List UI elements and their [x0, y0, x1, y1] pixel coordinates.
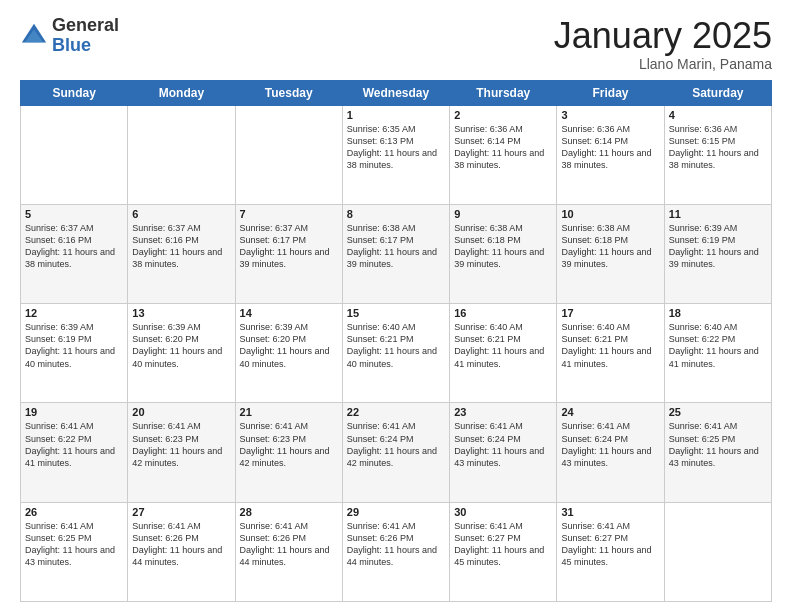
- day-info: Sunrise: 6:39 AM Sunset: 6:19 PM Dayligh…: [25, 321, 123, 370]
- day-number: 9: [454, 208, 552, 220]
- day-number: 31: [561, 506, 659, 518]
- calendar-cell: 19Sunrise: 6:41 AM Sunset: 6:22 PM Dayli…: [21, 403, 128, 502]
- day-info: Sunrise: 6:41 AM Sunset: 6:24 PM Dayligh…: [454, 420, 552, 469]
- day-info: Sunrise: 6:40 AM Sunset: 6:21 PM Dayligh…: [454, 321, 552, 370]
- day-number: 27: [132, 506, 230, 518]
- day-info: Sunrise: 6:36 AM Sunset: 6:14 PM Dayligh…: [454, 123, 552, 172]
- calendar-cell: 17Sunrise: 6:40 AM Sunset: 6:21 PM Dayli…: [557, 304, 664, 403]
- day-info: Sunrise: 6:37 AM Sunset: 6:17 PM Dayligh…: [240, 222, 338, 271]
- day-number: 8: [347, 208, 445, 220]
- calendar-cell: 23Sunrise: 6:41 AM Sunset: 6:24 PM Dayli…: [450, 403, 557, 502]
- calendar-cell: 2Sunrise: 6:36 AM Sunset: 6:14 PM Daylig…: [450, 105, 557, 204]
- calendar-cell: 12Sunrise: 6:39 AM Sunset: 6:19 PM Dayli…: [21, 304, 128, 403]
- day-info: Sunrise: 6:36 AM Sunset: 6:14 PM Dayligh…: [561, 123, 659, 172]
- day-number: 25: [669, 406, 767, 418]
- calendar-title: January 2025: [554, 16, 772, 56]
- calendar-cell: 28Sunrise: 6:41 AM Sunset: 6:26 PM Dayli…: [235, 502, 342, 601]
- calendar-cell: 13Sunrise: 6:39 AM Sunset: 6:20 PM Dayli…: [128, 304, 235, 403]
- day-number: 5: [25, 208, 123, 220]
- day-number: 18: [669, 307, 767, 319]
- col-monday: Monday: [128, 80, 235, 105]
- col-thursday: Thursday: [450, 80, 557, 105]
- calendar-cell: 11Sunrise: 6:39 AM Sunset: 6:19 PM Dayli…: [664, 204, 771, 303]
- calendar-cell: 31Sunrise: 6:41 AM Sunset: 6:27 PM Dayli…: [557, 502, 664, 601]
- day-info: Sunrise: 6:41 AM Sunset: 6:24 PM Dayligh…: [561, 420, 659, 469]
- day-info: Sunrise: 6:41 AM Sunset: 6:24 PM Dayligh…: [347, 420, 445, 469]
- calendar-cell: [21, 105, 128, 204]
- logo-general-text: General: [52, 16, 119, 36]
- calendar-cell: 30Sunrise: 6:41 AM Sunset: 6:27 PM Dayli…: [450, 502, 557, 601]
- col-friday: Friday: [557, 80, 664, 105]
- header-row: Sunday Monday Tuesday Wednesday Thursday…: [21, 80, 772, 105]
- calendar-location: Llano Marin, Panama: [554, 56, 772, 72]
- day-info: Sunrise: 6:39 AM Sunset: 6:20 PM Dayligh…: [132, 321, 230, 370]
- calendar-cell: 16Sunrise: 6:40 AM Sunset: 6:21 PM Dayli…: [450, 304, 557, 403]
- day-info: Sunrise: 6:41 AM Sunset: 6:23 PM Dayligh…: [240, 420, 338, 469]
- calendar-cell: 20Sunrise: 6:41 AM Sunset: 6:23 PM Dayli…: [128, 403, 235, 502]
- day-number: 12: [25, 307, 123, 319]
- calendar-week-4: 19Sunrise: 6:41 AM Sunset: 6:22 PM Dayli…: [21, 403, 772, 502]
- calendar-cell: 18Sunrise: 6:40 AM Sunset: 6:22 PM Dayli…: [664, 304, 771, 403]
- day-info: Sunrise: 6:35 AM Sunset: 6:13 PM Dayligh…: [347, 123, 445, 172]
- day-number: 11: [669, 208, 767, 220]
- col-wednesday: Wednesday: [342, 80, 449, 105]
- day-number: 20: [132, 406, 230, 418]
- day-info: Sunrise: 6:41 AM Sunset: 6:23 PM Dayligh…: [132, 420, 230, 469]
- day-number: 15: [347, 307, 445, 319]
- calendar-cell: 15Sunrise: 6:40 AM Sunset: 6:21 PM Dayli…: [342, 304, 449, 403]
- day-info: Sunrise: 6:38 AM Sunset: 6:17 PM Dayligh…: [347, 222, 445, 271]
- day-number: 4: [669, 109, 767, 121]
- day-info: Sunrise: 6:41 AM Sunset: 6:25 PM Dayligh…: [25, 520, 123, 569]
- logo-blue-text: Blue: [52, 36, 119, 56]
- col-saturday: Saturday: [664, 80, 771, 105]
- day-number: 1: [347, 109, 445, 121]
- day-info: Sunrise: 6:38 AM Sunset: 6:18 PM Dayligh…: [454, 222, 552, 271]
- calendar-cell: 24Sunrise: 6:41 AM Sunset: 6:24 PM Dayli…: [557, 403, 664, 502]
- calendar-cell: 22Sunrise: 6:41 AM Sunset: 6:24 PM Dayli…: [342, 403, 449, 502]
- day-number: 21: [240, 406, 338, 418]
- day-info: Sunrise: 6:40 AM Sunset: 6:22 PM Dayligh…: [669, 321, 767, 370]
- day-number: 26: [25, 506, 123, 518]
- calendar-cell: 6Sunrise: 6:37 AM Sunset: 6:16 PM Daylig…: [128, 204, 235, 303]
- calendar-cell: 7Sunrise: 6:37 AM Sunset: 6:17 PM Daylig…: [235, 204, 342, 303]
- calendar-cell: 5Sunrise: 6:37 AM Sunset: 6:16 PM Daylig…: [21, 204, 128, 303]
- calendar-cell: 14Sunrise: 6:39 AM Sunset: 6:20 PM Dayli…: [235, 304, 342, 403]
- day-info: Sunrise: 6:39 AM Sunset: 6:20 PM Dayligh…: [240, 321, 338, 370]
- calendar-week-3: 12Sunrise: 6:39 AM Sunset: 6:19 PM Dayli…: [21, 304, 772, 403]
- day-number: 23: [454, 406, 552, 418]
- calendar-cell: 4Sunrise: 6:36 AM Sunset: 6:15 PM Daylig…: [664, 105, 771, 204]
- header: General Blue January 2025 Llano Marin, P…: [20, 16, 772, 72]
- day-number: 24: [561, 406, 659, 418]
- day-number: 2: [454, 109, 552, 121]
- day-info: Sunrise: 6:41 AM Sunset: 6:27 PM Dayligh…: [454, 520, 552, 569]
- day-number: 3: [561, 109, 659, 121]
- calendar-cell: 1Sunrise: 6:35 AM Sunset: 6:13 PM Daylig…: [342, 105, 449, 204]
- day-number: 28: [240, 506, 338, 518]
- calendar-cell: 8Sunrise: 6:38 AM Sunset: 6:17 PM Daylig…: [342, 204, 449, 303]
- calendar-cell: 21Sunrise: 6:41 AM Sunset: 6:23 PM Dayli…: [235, 403, 342, 502]
- day-info: Sunrise: 6:41 AM Sunset: 6:26 PM Dayligh…: [347, 520, 445, 569]
- day-number: 30: [454, 506, 552, 518]
- calendar-cell: [664, 502, 771, 601]
- day-number: 19: [25, 406, 123, 418]
- day-number: 7: [240, 208, 338, 220]
- day-number: 16: [454, 307, 552, 319]
- day-number: 10: [561, 208, 659, 220]
- day-info: Sunrise: 6:40 AM Sunset: 6:21 PM Dayligh…: [347, 321, 445, 370]
- calendar-week-5: 26Sunrise: 6:41 AM Sunset: 6:25 PM Dayli…: [21, 502, 772, 601]
- calendar-cell: 9Sunrise: 6:38 AM Sunset: 6:18 PM Daylig…: [450, 204, 557, 303]
- title-block: January 2025 Llano Marin, Panama: [554, 16, 772, 72]
- day-info: Sunrise: 6:41 AM Sunset: 6:26 PM Dayligh…: [240, 520, 338, 569]
- day-info: Sunrise: 6:41 AM Sunset: 6:25 PM Dayligh…: [669, 420, 767, 469]
- day-number: 17: [561, 307, 659, 319]
- logo: General Blue: [20, 16, 119, 56]
- logo-text: General Blue: [52, 16, 119, 56]
- calendar-week-1: 1Sunrise: 6:35 AM Sunset: 6:13 PM Daylig…: [21, 105, 772, 204]
- calendar-cell: 27Sunrise: 6:41 AM Sunset: 6:26 PM Dayli…: [128, 502, 235, 601]
- calendar-cell: 26Sunrise: 6:41 AM Sunset: 6:25 PM Dayli…: [21, 502, 128, 601]
- calendar-cell: [235, 105, 342, 204]
- logo-icon: [20, 22, 48, 50]
- day-info: Sunrise: 6:37 AM Sunset: 6:16 PM Dayligh…: [132, 222, 230, 271]
- day-number: 29: [347, 506, 445, 518]
- day-number: 14: [240, 307, 338, 319]
